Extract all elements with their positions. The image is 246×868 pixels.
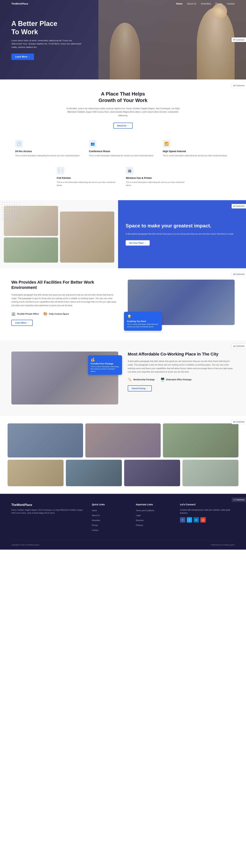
facilities-cta-button[interactable]: Learn More →: [11, 320, 33, 326]
footer-social-links: f t in @: [180, 517, 235, 523]
space-customize-button[interactable]: ⊕ Customize: [232, 204, 246, 209]
space-content: ⊕ Customize Space to make your greatest …: [118, 200, 246, 268]
gallery-customize-button[interactable]: ⊕ Customize: [232, 420, 246, 424]
about-cta-button[interactable]: About Us →: [113, 123, 133, 129]
badge-custom: 🎨 Fully Custom Space: [43, 312, 69, 316]
facilities-left: We Provides All Facilities For Better Wo…: [11, 280, 118, 326]
hero-customize-button[interactable]: ⊕ Customize: [232, 37, 246, 42]
flexible-label: Flexible Private Office: [17, 313, 39, 315]
footer-link-amenities[interactable]: Amenities: [92, 518, 128, 522]
footer-brand: TheWorkPlace Donec Sodales Sagittis Magn…: [11, 503, 84, 533]
gallery-img-5: [66, 460, 122, 486]
footer-brand-desc: Donec Sodales Sagittis Magna. Sed Conseq…: [11, 508, 84, 515]
footer-link-contact[interactable]: Contact: [92, 528, 128, 532]
coworking-customize-button[interactable]: ⊕ Customize: [232, 344, 246, 348]
footer-powered: Powered by Co-Working Space: [211, 544, 235, 546]
footer-link-about[interactable]: About Us: [92, 514, 128, 517]
nav-contact[interactable]: Contact: [227, 2, 235, 5]
footer-quick-title: Quick Links: [92, 503, 128, 506]
nav-logo[interactable]: TheWorkPlace: [11, 2, 28, 5]
about-customize-button[interactable]: ⊕ Customize: [232, 83, 246, 88]
gallery-img-2: [85, 424, 161, 458]
facilities-customize-button[interactable]: ⊕ Customize: [232, 272, 246, 277]
nav-amenities[interactable]: Amenities: [201, 2, 211, 5]
footer-quick-links: Quick Links Home About Us Amenities Pric…: [92, 503, 128, 533]
section-about: ⊕ Customize A Place That Helps Growth of…: [0, 80, 246, 200]
coworking-right: Most Affordable Co-Working Place In The …: [128, 351, 235, 392]
gallery-section: ⊕ Customize: [0, 416, 246, 494]
hero-section: A Better Place To Work Lorem ipsum dolor…: [0, 0, 246, 80]
footer-link-terms[interactable]: Terms and Conditions: [136, 508, 173, 512]
footer-link-partners[interactable]: Partners: [136, 523, 173, 527]
facilities-right: 💡 Anything You Need This is a short desc…: [128, 280, 235, 329]
social-email-button[interactable]: @: [201, 517, 206, 523]
footer-important-title: Important Links: [136, 503, 173, 506]
feature-card-5: 🖨️ Wireless Fax & Printer This is a shor…: [126, 165, 189, 189]
facilities-card-icon: 💡: [127, 314, 159, 319]
feature-card-1: 🕐 24 Hrs Access This is a short descript…: [15, 138, 83, 159]
facilities-card: 💡 Anything You Need This is a short desc…: [124, 312, 162, 331]
space-section: document.write(Array(64).fill('<div styl…: [0, 200, 246, 268]
space-cta-button[interactable]: Get Your Place →: [126, 240, 150, 246]
facilities-title: We Provides All Facilities For Better Wo…: [11, 280, 118, 290]
feature-icon-3: 📶: [163, 140, 170, 148]
gallery-img-4: [7, 460, 64, 486]
facilities-description: A descriptive paragraph that tells clien…: [11, 293, 118, 307]
social-twitter-button[interactable]: t: [187, 517, 192, 523]
space-img-3: [60, 212, 114, 262]
facilities-card-desc: This is a short description elaborating …: [127, 323, 159, 328]
coworking-card-desc: This is a short description elaborating …: [91, 366, 119, 373]
footer-link-pricing[interactable]: Pricing: [92, 523, 128, 527]
feature-card-4: 🍽️ Full Kitchen This is a short descript…: [57, 165, 120, 189]
space-img-col2: [60, 212, 114, 262]
hero-cta-button[interactable]: Learn More →: [11, 54, 34, 60]
footer-copyright: Copyright © 2024 Co-Working Space: [11, 544, 39, 546]
navbar: TheWorkPlace Home About Us Amenities Pri…: [0, 0, 246, 7]
gallery-img-7: [182, 460, 239, 486]
coworking-card-icon: 💰: [91, 358, 119, 362]
facilities-section: ⊕ Customize We Provides All Facilities F…: [0, 268, 246, 340]
nav-links: Home About Us Amenities Pricing Contact: [176, 2, 235, 5]
gallery-row-bottom: [7, 460, 239, 486]
nav-about[interactable]: About Us: [187, 2, 196, 5]
nav-pricing[interactable]: Pricing: [215, 2, 222, 5]
coworking-left: 💰 Friendly Price Package This is a short…: [11, 351, 118, 404]
space-title: Space to make your greatest impact.: [126, 223, 234, 229]
feature-icon-1: 🕐: [15, 140, 23, 148]
coworking-feat-1: 🏷️ Membership Package: [128, 377, 155, 381]
coworking-title: Most Affordable Co-Working Place In The …: [128, 351, 235, 357]
hero-description: Lorem ipsum dolor sit amet, consectetur …: [11, 39, 83, 49]
hero-title: A Better Place To Work: [11, 20, 83, 36]
gallery-row-top: [7, 424, 239, 458]
coworking-card: 💰 Friendly Price Package This is a short…: [88, 355, 122, 375]
dedicated-icon: 🖥️: [160, 377, 165, 381]
social-facebook-button[interactable]: f: [180, 517, 185, 523]
footer-customize-button[interactable]: ⊕ Customize: [232, 498, 246, 502]
about-description: Ut elit tellus, luctus nec ullamcorper m…: [64, 107, 182, 117]
footer-link-business[interactable]: Business: [136, 518, 173, 522]
footer-connect: Let's Connect! Connect with entrepreneur…: [180, 503, 235, 533]
footer-link-home[interactable]: Home: [92, 508, 128, 512]
facilities-badges: 🏢 Flexible Private Office 🎨 Fully Custom…: [11, 312, 118, 316]
footer-important-links: Important Links Terms and Conditions Leg…: [136, 503, 173, 533]
footer-grid: TheWorkPlace Donec Sodales Sagittis Magn…: [11, 503, 235, 533]
facilities-card-title: Anything You Need: [127, 320, 159, 322]
footer-link-legal[interactable]: Legal: [136, 514, 173, 517]
nav-home[interactable]: Home: [176, 2, 182, 5]
gallery-img-6: [124, 460, 180, 486]
flexible-icon: 🏢: [11, 312, 16, 316]
footer-connect-desc: Connect with entrepreneurs, build your n…: [180, 508, 235, 515]
coworking-description: A descriptive paragraph that tells clien…: [128, 360, 235, 374]
footer-brand-name: TheWorkPlace: [11, 503, 84, 507]
space-images: document.write(Array(64).fill('<div styl…: [0, 200, 118, 268]
gallery-img-3: [163, 424, 239, 458]
space-img-2: [4, 238, 58, 262]
features-grid-bottom: 🍽️ Full Kitchen This is a short descript…: [57, 165, 189, 189]
coworking-cta-button[interactable]: Check Pricing →: [128, 385, 152, 392]
social-linkedin-button[interactable]: in: [193, 517, 199, 523]
features-grid-top: 🕐 24 Hrs Access This is a short descript…: [15, 138, 231, 159]
footer: ⊕ Customize TheWorkPlace Donec Sodales S…: [0, 494, 246, 550]
feature-icon-4: 🍽️: [57, 167, 64, 174]
membership-label: Membership Package: [133, 378, 155, 381]
badge-flexible: 🏢 Flexible Private Office: [11, 312, 39, 316]
